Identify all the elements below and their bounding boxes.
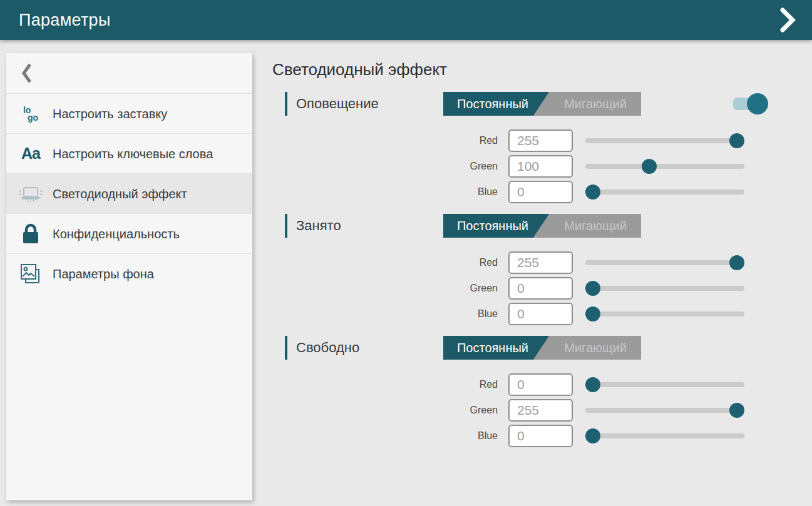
top-bar: Параметры [0,0,812,40]
sidebar-item-keywords[interactable]: Aa Настроить ключевые слова [6,134,252,174]
red-label: Red [438,257,498,268]
slider-thumb[interactable] [585,306,600,321]
green-label: Green [438,161,498,172]
sidebar-header [6,53,252,94]
red-value-input[interactable] [508,251,573,274]
accent-bar [285,214,287,238]
sidebar-item-label: Светодиодный эффект [53,186,187,202]
blue-row: Blue [438,181,812,203]
blue-label: Blue [438,186,498,198]
slider-thumb[interactable] [642,159,657,174]
keywords-icon: Aa [16,144,45,163]
mode-segmented-control: Постоянный Мигающий [443,336,641,360]
blue-label: Blue [438,430,498,442]
section-title: Занято [296,218,443,234]
green-row: Green [438,277,812,300]
slider-track[interactable] [585,260,744,265]
blue-value-input[interactable] [508,303,573,325]
slider-track[interactable] [585,311,744,316]
slider-thumb[interactable] [585,185,600,200]
green-slider [585,281,744,296]
logo-icon: lo go [16,106,45,121]
red-row: Red [438,251,812,274]
app-title: Параметры [19,11,111,30]
background-images-icon [16,261,45,286]
section-title: Оповещение [296,96,443,112]
blue-value-input[interactable] [508,181,573,203]
green-value-input[interactable] [508,155,573,178]
slider-thumb[interactable] [729,133,744,148]
red-slider [585,133,744,148]
mode-blinking-button[interactable]: Мигающий [550,92,641,116]
green-row: Green [438,155,812,178]
slider-track[interactable] [585,408,744,413]
mode-segmented-control: Постоянный Мигающий [443,214,641,238]
red-label: Red [438,379,498,390]
lock-icon [16,222,45,246]
slider-thumb[interactable] [585,428,600,443]
accent-bar [285,336,287,360]
slider-thumb[interactable] [585,281,600,296]
blue-slider [585,428,744,443]
slider-track[interactable] [585,433,744,438]
mode-constant-button[interactable]: Постоянный [443,336,542,360]
mode-blinking-button[interactable]: Мигающий [550,214,641,238]
chevron-left-icon[interactable] [16,61,38,86]
blue-value-input[interactable] [508,425,573,447]
red-row: Red [438,373,812,396]
green-label: Green [438,283,498,294]
slider-thumb[interactable] [729,255,744,270]
green-value-input[interactable] [508,399,573,422]
red-label: Red [438,135,498,146]
slider-track[interactable] [585,190,744,195]
green-value-input[interactable] [508,277,573,300]
red-row: Red [438,129,812,152]
section-title: Свободно [296,340,443,356]
mode-blinking-button[interactable]: Мигающий [550,336,641,360]
mode-constant-button[interactable]: Постоянный [443,214,542,238]
slider-track[interactable] [585,138,744,143]
accent-bar [285,92,287,116]
blue-slider [585,185,744,200]
mode-constant-button[interactable]: Постоянный [443,92,542,116]
sidebar-item-led-effect[interactable]: Светодиодный эффект [6,174,252,214]
blue-label: Blue [438,308,498,320]
slider-track[interactable] [585,382,744,387]
sidebar-item-label: Настроить заставку [53,106,167,122]
section-busy: Занято Постоянный Мигающий Red Green [272,214,812,325]
led-effect-icon [16,183,45,205]
red-slider [585,377,744,392]
sidebar-item-label: Параметры фона [53,266,154,282]
blue-row: Blue [438,425,812,447]
slider-thumb[interactable] [729,403,744,418]
sidebar-item-screensaver[interactable]: lo go Настроить заставку [6,94,252,134]
section-free: Свободно Постоянный Мигающий Red Green [272,336,812,447]
section-notification: Оповещение Постоянный Мигающий Red Green [272,92,812,203]
notification-toggle-switch[interactable] [733,93,768,114]
sidebar-item-label: Конфиденциальность [53,226,180,242]
slider-track[interactable] [585,164,744,169]
green-slider [585,159,744,174]
green-slider [585,403,744,418]
settings-sidebar: lo go Настроить заставку Aa Настроить кл… [6,53,252,500]
slider-track[interactable] [585,286,744,291]
green-label: Green [438,405,498,416]
blue-slider [585,306,744,321]
sidebar-item-label: Настроить ключевые слова [53,146,213,162]
red-value-input[interactable] [508,129,573,152]
blue-row: Blue [438,303,812,325]
red-slider [585,255,744,270]
sidebar-item-background[interactable]: Параметры фона [6,254,252,294]
mode-segmented-control: Постоянный Мигающий [443,92,641,116]
sidebar-item-privacy[interactable]: Конфиденциальность [6,214,252,254]
page-title: Светодиодный эффект [272,60,812,79]
red-value-input[interactable] [508,373,573,396]
slider-thumb[interactable] [585,377,600,392]
chevron-right-icon[interactable] [777,6,798,34]
switch-knob [747,93,768,114]
green-row: Green [438,399,812,422]
